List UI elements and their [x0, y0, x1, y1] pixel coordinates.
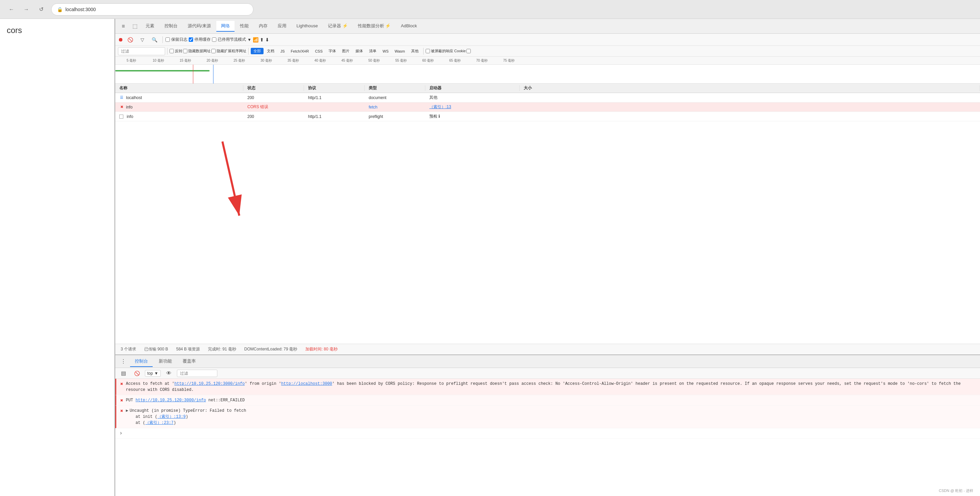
- devtools-icon-btn-1[interactable]: ≡: [118, 21, 129, 32]
- top-context-select[interactable]: top ▼: [145, 370, 161, 377]
- devtools-tab-bar: ≡ ⬚ 元素 控制台 源代码/来源 网络 性能 内存 应用 Lighthouse…: [115, 19, 980, 34]
- tab-performance[interactable]: 性能: [235, 21, 253, 32]
- console-tab-bar: ⋮ 控制台 新功能 覆盖率: [115, 355, 980, 368]
- hide-ext-label[interactable]: 隐藏扩展程序网址: [211, 49, 247, 54]
- msg-link-at[interactable]: （索引）:23:7: [145, 421, 173, 425]
- error-msg-icon-3: ✖: [120, 408, 123, 414]
- table-row[interactable]: ✖ info CORS 错误 fetch （索引）:13: [115, 102, 980, 112]
- filter-type-media[interactable]: 媒体: [353, 48, 366, 54]
- td-initiator-info-error[interactable]: （索引）:13: [425, 104, 520, 110]
- tab-elements[interactable]: 元素: [141, 21, 159, 32]
- console-messages: ✖ Access to fetch at 'http://10.10.25.12…: [115, 379, 980, 496]
- preserve-log-label[interactable]: 保留日志: [165, 37, 188, 43]
- th-initiator: 启动器: [425, 85, 520, 91]
- filter-type-js[interactable]: JS: [278, 49, 288, 54]
- timeline-mark-50: 50 毫秒: [361, 58, 388, 63]
- console-tab-new[interactable]: 新功能: [154, 356, 177, 367]
- disable-cache-label[interactable]: 停用缓存: [189, 37, 211, 43]
- filter-type-fetch[interactable]: Fetch/XHR: [288, 49, 312, 54]
- timeline-mark-5: 5 毫秒: [118, 58, 145, 63]
- timeline-marker-dom: [213, 65, 214, 84]
- filter-type-image[interactable]: 图片: [339, 48, 352, 54]
- reload-button[interactable]: ↺: [37, 5, 46, 14]
- checkbox-icon: [119, 114, 123, 119]
- timeline-ruler: 5 毫秒 10 毫秒 15 毫秒 20 毫秒 25 毫秒 30 毫秒 35 毫秒…: [115, 57, 980, 65]
- td-name-info-preflight: info: [115, 114, 243, 119]
- filter-type-css[interactable]: CSS: [312, 49, 326, 54]
- cors-label: cors: [7, 25, 108, 35]
- dropdown-arrow[interactable]: ▼: [247, 37, 251, 42]
- msg-link-2[interactable]: http://localhost:3000: [281, 382, 332, 386]
- timeline-mark-75: 75 毫秒: [495, 58, 522, 63]
- dropdown-arrow-icon: ▼: [154, 371, 158, 376]
- download-icon: ⬇: [265, 37, 269, 43]
- disable-cache-checkbox[interactable]: [189, 37, 193, 42]
- hide-ext-checkbox[interactable]: [211, 49, 216, 53]
- console-menu-btn[interactable]: ⋮: [118, 356, 129, 367]
- filter-button[interactable]: ▽: [137, 34, 148, 45]
- extra-checkbox[interactable]: [466, 49, 471, 53]
- network-toolbar: ⏺ 🚫 ▽ 🔍 保留日志 停用缓存 已停用节流模式 ▼ 📶 ⬆ ⬇: [115, 34, 980, 46]
- filter-type-other[interactable]: 其他: [409, 48, 421, 54]
- preserve-log-checkbox[interactable]: [165, 37, 170, 42]
- blocked-cookies-label[interactable]: 被屏蔽的响应 Cookie: [426, 49, 466, 54]
- table-row[interactable]: info 200 http/1.1 preflight 预检 ℹ: [115, 112, 980, 121]
- console-message-uncaught: ✖ ▶Uncaught (in promise) TypeError: Fail…: [115, 406, 980, 428]
- console-expand-arrow[interactable]: ›: [119, 430, 123, 436]
- tab-application[interactable]: 应用: [273, 21, 291, 32]
- filter-type-wasm[interactable]: Wasm: [392, 49, 408, 54]
- attribution: CSDN @ 乾初 - 进样: [939, 488, 973, 493]
- timeline-bar-localhost: [115, 70, 210, 72]
- reverse-label[interactable]: 反转: [170, 49, 182, 54]
- tab-recorder[interactable]: 记录器 ⚡: [323, 21, 353, 32]
- hide-data-urls-checkbox[interactable]: [183, 49, 188, 53]
- tab-memory[interactable]: 内存: [254, 21, 272, 32]
- console-tab-console[interactable]: 控制台: [130, 356, 153, 367]
- load-time: 加载时间: 80 毫秒: [305, 347, 337, 352]
- th-name: 名称: [115, 85, 243, 91]
- console-filter-input[interactable]: [177, 370, 217, 377]
- search-button[interactable]: 🔍: [149, 34, 160, 45]
- td-initiator-localhost: 其他: [425, 95, 520, 100]
- back-button[interactable]: ←: [7, 5, 16, 14]
- msg-link-1[interactable]: http://10.10.25.120:3000/info: [174, 382, 245, 386]
- console-expand-row: ›: [115, 428, 980, 439]
- th-protocol: 协议: [304, 85, 364, 91]
- msg-link-init[interactable]: （索引）:13:9: [158, 415, 186, 419]
- tab-console[interactable]: 控制台: [160, 21, 182, 32]
- filter-type-all[interactable]: 全部: [251, 48, 264, 54]
- tab-sources[interactable]: 源代码/来源: [183, 21, 216, 32]
- console-tab-coverage[interactable]: 覆盖率: [178, 356, 200, 367]
- tab-perf-insights[interactable]: 性能数据分析 ⚡: [353, 21, 396, 32]
- td-name-localhost: ☰ localhost: [115, 95, 243, 100]
- url-text: localhost:3000: [65, 7, 96, 12]
- msg-link-put[interactable]: http://10.10.25.120:3000/info: [135, 398, 206, 403]
- clear-button[interactable]: 🚫: [125, 34, 135, 45]
- record-button[interactable]: ⏺: [118, 37, 123, 43]
- eye-btn[interactable]: 👁: [164, 368, 174, 379]
- timeline-mark-65: 65 毫秒: [441, 58, 468, 63]
- filter-type-document[interactable]: 文档: [264, 48, 277, 54]
- forward-button[interactable]: →: [22, 5, 31, 14]
- tab-lighthouse[interactable]: Lighthouse: [292, 21, 323, 31]
- main-layout: cors ≡ ⬚ 元素 控制台 源代码/来源 网络 性能 内存 应用 Light…: [0, 19, 980, 496]
- hide-data-urls-label[interactable]: 隐藏数据网址: [183, 49, 211, 54]
- tab-network[interactable]: 网络: [216, 21, 235, 32]
- filter-type-manifest[interactable]: 清单: [366, 48, 379, 54]
- offline-label[interactable]: 已停用节流模式: [212, 37, 246, 43]
- table-body: ☰ localhost 200 http/1.1 document 其他 ✖ i…: [115, 93, 980, 344]
- expand-btn[interactable]: ▶: [126, 409, 128, 413]
- filter-type-font[interactable]: 字体: [326, 48, 339, 54]
- filter-input[interactable]: [118, 47, 165, 55]
- table-row[interactable]: ☰ localhost 200 http/1.1 document 其他: [115, 93, 980, 102]
- devtools-icon-btn-2[interactable]: ⬚: [129, 21, 140, 32]
- address-bar[interactable]: 🔒 localhost:3000: [51, 3, 253, 16]
- error-msg-icon-2: ✖: [120, 397, 123, 403]
- blocked-cookies-checkbox[interactable]: [426, 49, 430, 53]
- console-sidebar-toggle[interactable]: ▤: [118, 368, 129, 379]
- offline-checkbox[interactable]: [212, 37, 216, 42]
- tab-adblock[interactable]: AdBlock: [396, 21, 422, 31]
- console-clear-btn[interactable]: 🚫: [131, 368, 142, 379]
- reverse-checkbox[interactable]: [170, 49, 174, 53]
- filter-type-ws[interactable]: WS: [380, 49, 391, 54]
